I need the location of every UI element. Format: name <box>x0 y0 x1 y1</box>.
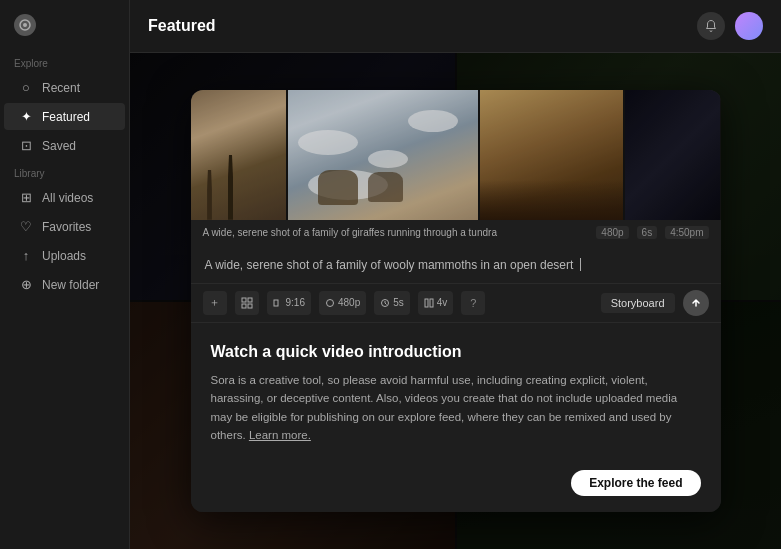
user-avatar[interactable] <box>735 12 763 40</box>
add-button[interactable]: ＋ <box>203 291 227 315</box>
status-prompt-text: A wide, serene shot of a family of giraf… <box>203 227 589 238</box>
svg-point-7 <box>326 299 333 306</box>
sidebar-item-recent[interactable]: ○ Recent <box>4 74 125 101</box>
svg-point-1 <box>23 23 27 27</box>
svg-rect-5 <box>248 304 252 308</box>
svg-rect-2 <box>242 298 246 302</box>
sidebar: Explore ○ Recent ✦ Featured ⊡ Saved Libr… <box>0 0 130 549</box>
storyboard-button[interactable]: Storyboard <box>601 293 675 313</box>
header-actions <box>697 12 763 40</box>
recent-icon: ○ <box>18 80 34 95</box>
sidebar-item-all-videos[interactable]: ⊞ All videos <box>4 184 125 211</box>
favorites-icon: ♡ <box>18 219 34 234</box>
duration-button[interactable]: 5s <box>374 291 410 315</box>
status-bar: A wide, serene shot of a family of giraf… <box>191 220 721 245</box>
sidebar-item-uploads[interactable]: ↑ Uploads <box>4 242 125 269</box>
svg-rect-4 <box>242 304 246 308</box>
variants-button[interactable]: 4v <box>418 291 454 315</box>
notification-button[interactable] <box>697 12 725 40</box>
toolbar-row: ＋ 9:16 48 <box>191 284 721 323</box>
resolution-button[interactable]: 480p <box>319 291 366 315</box>
intro-body: Sora is a creative tool, so please avoid… <box>211 371 701 445</box>
intro-title: Watch a quick video introduction <box>211 343 701 361</box>
intro-footer: Explore the feed <box>191 460 721 512</box>
prompt-area[interactable]: A wide, serene shot of a family of wooly… <box>191 245 721 284</box>
sidebar-item-featured[interactable]: ✦ Featured <box>4 103 125 130</box>
explore-feed-button[interactable]: Explore the feed <box>571 470 700 496</box>
featured-icon: ✦ <box>18 109 34 124</box>
sidebar-item-favorites[interactable]: ♡ Favorites <box>4 213 125 240</box>
sidebar-item-new-folder[interactable]: ⊕ New folder <box>4 271 125 298</box>
intro-section: Watch a quick video introduction Sora is… <box>191 323 721 461</box>
page-title: Featured <box>148 17 216 35</box>
modal-overlay: A wide, serene shot of a family of giraf… <box>130 53 781 549</box>
text-cursor <box>580 258 581 271</box>
duration-badge: 6s <box>637 226 658 239</box>
layout-button[interactable] <box>235 291 259 315</box>
all-videos-icon: ⊞ <box>18 190 34 205</box>
intro-modal: A wide, serene shot of a family of giraf… <box>191 90 721 513</box>
header: Featured <box>130 0 781 53</box>
strip-cell-giraffes <box>191 90 286 220</box>
content-area: A wide, serene shot of a family of giraf… <box>130 53 781 549</box>
resolution-badge: 480p <box>596 226 628 239</box>
strip-cell-snow <box>288 90 479 220</box>
aspect-button[interactable]: 9:16 <box>267 291 311 315</box>
prompt-text: A wide, serene shot of a family of wooly… <box>205 258 574 272</box>
uploads-icon: ↑ <box>18 248 34 263</box>
strip-cell-desert2 <box>480 90 623 220</box>
app-logo-icon <box>14 14 36 36</box>
svg-rect-6 <box>274 300 278 306</box>
svg-rect-3 <box>248 298 252 302</box>
strip-cell-dark <box>625 90 720 220</box>
help-button[interactable]: ? <box>461 291 485 315</box>
main-area: Featured <box>130 0 781 549</box>
time-badge: 4:50pm <box>665 226 708 239</box>
learn-more-link[interactable]: Learn more. <box>249 429 311 441</box>
sidebar-logo <box>0 14 129 50</box>
new-folder-icon: ⊕ <box>18 277 34 292</box>
explore-section-label: Explore <box>0 50 129 73</box>
svg-rect-10 <box>430 299 433 307</box>
sidebar-item-saved[interactable]: ⊡ Saved <box>4 132 125 159</box>
library-section-label: Library <box>0 160 129 183</box>
svg-rect-9 <box>425 299 428 307</box>
saved-icon: ⊡ <box>18 138 34 153</box>
upload-button[interactable] <box>683 290 709 316</box>
video-strip <box>191 90 721 220</box>
